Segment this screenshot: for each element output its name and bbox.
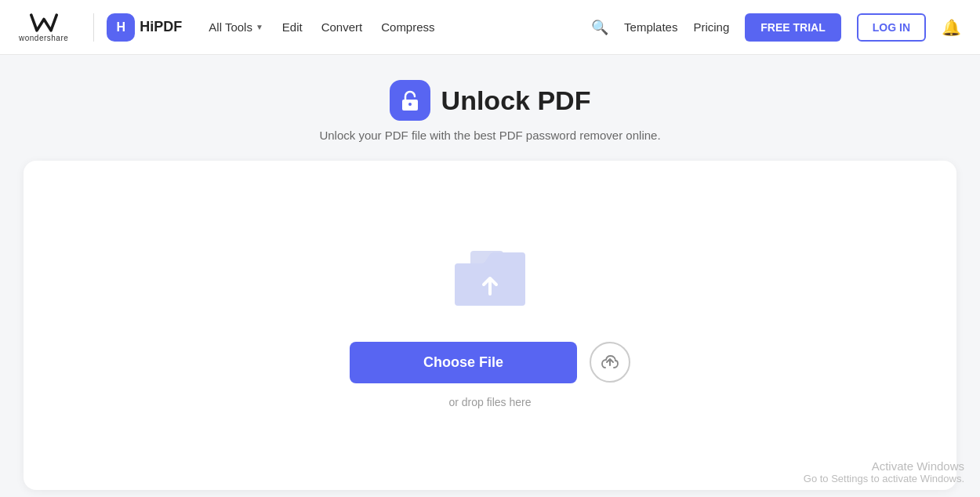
nav-all-tools[interactable]: All Tools ▼ bbox=[201, 16, 271, 38]
windows-activate-subtitle: Go to Settings to activate Windows. bbox=[804, 473, 964, 484]
unlock-icon-wrapper bbox=[390, 80, 430, 121]
chevron-down-icon: ▼ bbox=[256, 23, 263, 31]
folder-icon-area bbox=[447, 243, 533, 317]
page-title: Unlock PDF bbox=[441, 85, 591, 116]
login-button[interactable]: LOG IN bbox=[857, 13, 926, 42]
search-icon[interactable]: 🔍 bbox=[591, 19, 608, 36]
nav-pricing[interactable]: Pricing bbox=[693, 20, 729, 34]
actions-row: Choose File bbox=[350, 342, 630, 383]
header: wondershare H HiPDF All Tools ▼ Edit Con… bbox=[0, 0, 980, 55]
nav-compress[interactable]: Compress bbox=[373, 16, 442, 38]
windows-activate: Activate Windows Go to Settings to activ… bbox=[804, 459, 964, 484]
hipdf-label: HiPDF bbox=[140, 19, 182, 35]
nav-right: 🔍 Templates Pricing FREE TRIAL LOG IN 🔔 bbox=[591, 13, 961, 42]
drop-hint-text: or drop files here bbox=[448, 396, 531, 408]
dropzone-card[interactable]: Choose File or drop files here bbox=[24, 161, 956, 490]
choose-file-button[interactable]: Choose File bbox=[350, 342, 577, 383]
page-title-area: Unlock PDF bbox=[390, 80, 591, 121]
hipdf-icon: H bbox=[117, 20, 126, 34]
nav-convert[interactable]: Convert bbox=[314, 16, 371, 38]
folder-upload-icon bbox=[447, 243, 533, 314]
nav-templates[interactable]: Templates bbox=[624, 20, 677, 34]
header-divider bbox=[93, 13, 94, 42]
cloud-upload-icon bbox=[601, 353, 619, 372]
svg-point-1 bbox=[408, 103, 412, 106]
page-subtitle: Unlock your PDF file with the best PDF p… bbox=[319, 129, 660, 142]
cloud-upload-button[interactable] bbox=[590, 342, 630, 383]
ws-logo-icon bbox=[30, 12, 58, 34]
main-content: Unlock PDF Unlock your PDF file with the… bbox=[0, 55, 980, 497]
unlock-icon bbox=[399, 89, 421, 111]
nav-edit[interactable]: Edit bbox=[274, 16, 310, 38]
windows-activate-title: Activate Windows bbox=[804, 459, 964, 473]
wondershare-logo: wondershare bbox=[19, 12, 68, 42]
logo-area[interactable]: wondershare bbox=[19, 12, 68, 42]
hipdf-badge: H bbox=[107, 13, 135, 42]
nav-left: All Tools ▼ Edit Convert Compress bbox=[201, 16, 442, 38]
bell-icon[interactable]: 🔔 bbox=[942, 18, 961, 37]
free-trial-button[interactable]: FREE TRIAL bbox=[745, 13, 840, 42]
wondershare-text: wondershare bbox=[19, 34, 68, 42]
